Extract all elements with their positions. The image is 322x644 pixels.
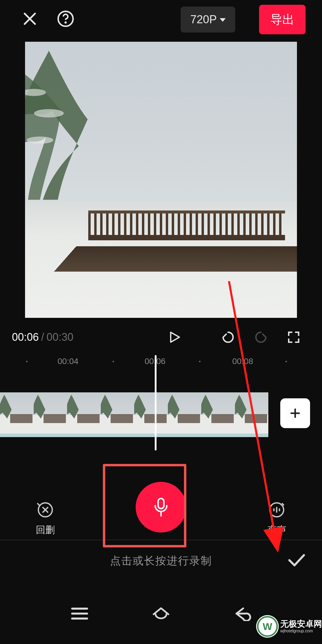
annotation-highlight-box: [103, 464, 186, 547]
caret-down-icon: [220, 18, 226, 22]
resolution-dropdown[interactable]: 720P: [181, 7, 235, 32]
undo-record-label: 回删: [36, 524, 55, 537]
voice-change-label: 变声: [267, 524, 286, 537]
thumbnail: [201, 392, 235, 434]
close-icon[interactable]: [21, 10, 39, 29]
nav-menu-icon[interactable]: [69, 606, 90, 622]
undo-record-button[interactable]: 回删: [36, 501, 55, 537]
ruler-tick: 00:08: [232, 357, 253, 366]
export-button[interactable]: 导出: [259, 5, 306, 34]
video-frame: [25, 42, 297, 318]
playback-controls: 00:06 / 00:30: [0, 318, 322, 354]
thumbnail: [0, 392, 34, 434]
watermark-url: wjhotelgroup.com: [280, 629, 322, 633]
thumbnail: [235, 392, 269, 434]
thumbnail: [168, 392, 202, 434]
thumbnail: [67, 392, 101, 434]
ruler-tick: 00:04: [58, 357, 78, 366]
watermark-logo-icon: W: [257, 616, 278, 637]
current-time: 00:06: [12, 331, 39, 343]
thumbnail: [101, 392, 134, 434]
svg-point-3: [65, 22, 66, 23]
svg-point-6: [27, 137, 53, 144]
thumbnail: [134, 392, 168, 434]
thumbnail: [34, 392, 67, 434]
total-time: 00:30: [47, 331, 73, 343]
voice-change-button[interactable]: 变声: [267, 501, 286, 537]
watermark-brand: 无极安卓网: [280, 620, 322, 629]
export-label: 导出: [270, 13, 294, 26]
timeline-ruler[interactable]: 00:04 00:06 00:08: [0, 357, 322, 377]
svg-marker-7: [171, 332, 179, 342]
video-preview[interactable]: [25, 42, 297, 318]
time-separator: /: [41, 331, 44, 343]
nav-back-icon[interactable]: [232, 606, 253, 622]
undo-icon[interactable]: [221, 330, 236, 345]
help-icon[interactable]: [57, 10, 75, 29]
play-icon[interactable]: [167, 330, 182, 345]
redo-icon: [253, 330, 268, 345]
top-toolbar: 720P 导出: [0, 0, 322, 39]
timeline[interactable]: [0, 377, 322, 446]
playhead[interactable]: [155, 355, 157, 451]
video-clip[interactable]: [0, 392, 268, 437]
resolution-label: 720P: [190, 13, 217, 26]
nav-home-icon[interactable]: [151, 606, 171, 622]
add-clip-button[interactable]: [280, 398, 310, 428]
fullscreen-icon[interactable]: [286, 330, 301, 345]
svg-point-5: [34, 109, 64, 117]
check-icon: [288, 554, 306, 567]
confirm-button[interactable]: [288, 554, 306, 568]
record-hint: 点击或长按进行录制: [110, 554, 212, 568]
watermark: W 无极安卓网 wjhotelgroup.com: [257, 616, 322, 637]
